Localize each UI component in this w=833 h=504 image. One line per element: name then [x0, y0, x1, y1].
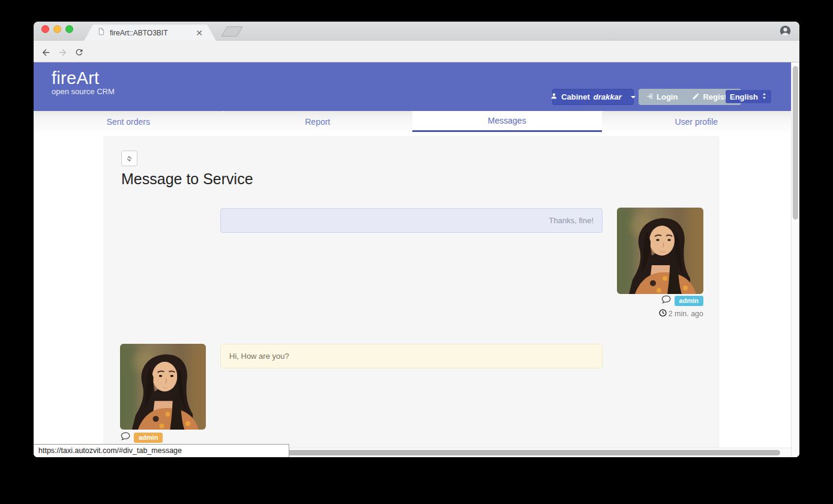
message-text: Thanks, fine!	[549, 216, 594, 225]
vertical-scrollbar-thumb[interactable]	[793, 66, 798, 220]
page-viewport: fireArt open source CRM Cabinet drakkar	[34, 62, 799, 457]
browser-profile-icon[interactable]	[779, 25, 792, 37]
panel-title: Message to Service	[121, 170, 253, 188]
select-arrows-icon	[762, 92, 767, 102]
message-author-row: admin	[121, 432, 163, 443]
message-text: Hi, How are you?	[229, 352, 289, 361]
window-controls	[41, 25, 73, 33]
zoom-window-button[interactable]	[65, 25, 73, 33]
new-tab-button[interactable]	[221, 26, 243, 37]
site-header: fireArt open source CRM Cabinet drakkar	[34, 62, 791, 111]
back-button[interactable]	[39, 46, 52, 58]
message-timestamp: 2 min. ago	[669, 310, 703, 318]
forward-button[interactable]	[56, 46, 69, 58]
browser-toolbar: Secure https://taxi.autozvit.com	[34, 41, 799, 62]
page-tab-bar: Sent orders Report Messages User profile	[34, 111, 791, 132]
login-icon	[646, 92, 654, 102]
tab-label: User profile	[675, 117, 718, 127]
login-label: Login	[657, 92, 678, 101]
vertical-scrollbar[interactable]	[791, 62, 799, 457]
close-tab-icon[interactable]: ✕	[196, 29, 203, 37]
reload-button[interactable]	[73, 46, 86, 58]
tab-report[interactable]: Report	[223, 111, 413, 132]
language-select[interactable]: English	[726, 90, 771, 103]
tab-label: Messages	[488, 116, 526, 125]
page-favicon-document-icon	[97, 27, 105, 38]
status-bar-link-preview: https://taxi.autozvit.com/#div_tab_messa…	[34, 444, 289, 457]
author-badge: admin	[675, 296, 703, 306]
tab-label: Report	[305, 117, 330, 127]
browser-tab-title: fireArt::ABTO3BIT	[110, 29, 196, 37]
close-window-button[interactable]	[41, 25, 49, 33]
refresh-messages-button[interactable]	[121, 151, 137, 166]
cabinet-dropdown-button[interactable]: Cabinet drakkar	[552, 89, 634, 105]
cabinet-label: Cabinet	[561, 92, 590, 101]
browser-tab[interactable]: fireArt::ABTO3BIT ✕	[84, 25, 216, 41]
messages-panel: Message to Service Thanks, fine! admin	[103, 136, 720, 449]
tab-label: Sent orders	[107, 117, 150, 127]
message-bubble-incoming: Hi, How are you?	[220, 344, 603, 368]
tab-user-profile[interactable]: User profile	[602, 111, 792, 132]
author-badge: admin	[134, 433, 163, 443]
cabinet-username: drakkar	[594, 92, 622, 101]
avatar	[617, 208, 703, 294]
caret-down-icon	[631, 96, 636, 98]
browser-tab-strip: fireArt::ABTO3BIT ✕	[34, 22, 799, 41]
chat-bubble-icon	[661, 295, 672, 306]
avatar	[120, 344, 206, 430]
site-logo: fireArt open source CRM	[52, 68, 115, 96]
message-time-row: 2 min. ago	[617, 309, 703, 319]
browser-window: fireArt::ABTO3BIT ✕ Secure	[34, 22, 799, 457]
user-icon	[550, 92, 558, 101]
tab-sent-orders[interactable]: Sent orders	[34, 111, 223, 132]
message-bubble-outgoing: Thanks, fine!	[220, 208, 603, 233]
language-value: English	[730, 92, 758, 101]
clock-icon	[659, 309, 667, 319]
logo-subtitle: open source CRM	[52, 88, 115, 96]
login-button[interactable]: Login	[639, 89, 685, 105]
minimize-window-button[interactable]	[53, 25, 61, 33]
logo-title: fireArt	[52, 68, 115, 88]
chat-bubble-icon	[121, 432, 131, 443]
register-pencil-icon	[692, 92, 700, 102]
message-author-row: admin	[617, 295, 703, 306]
tab-messages[interactable]: Messages	[412, 111, 602, 132]
